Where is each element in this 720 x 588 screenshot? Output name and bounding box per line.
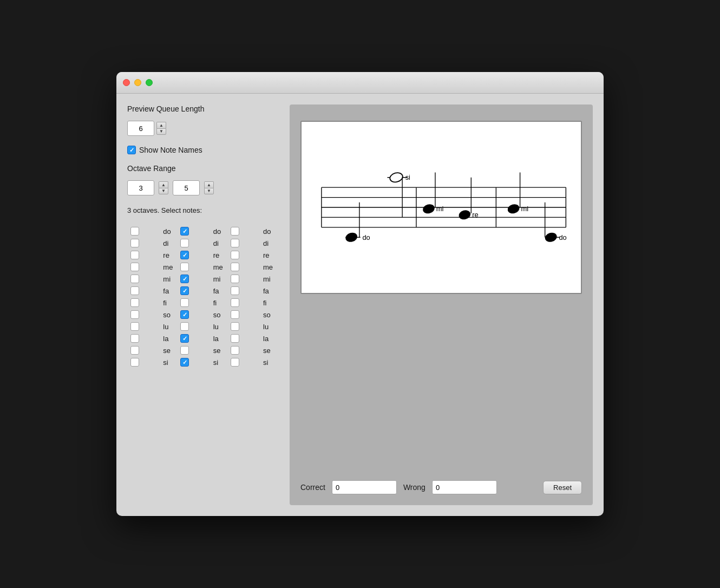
- note-fa-label3: fa: [262, 286, 277, 296]
- note-row-di: dididi: [129, 238, 277, 248]
- svg-point-28: [544, 231, 558, 243]
- note-me-label1: me: [162, 262, 177, 272]
- note-so-col1-checkbox[interactable]: [130, 310, 139, 319]
- note-fa-label1: fa: [162, 286, 177, 296]
- svg-point-18: [422, 203, 436, 215]
- note-fi-label1: fi: [162, 298, 177, 308]
- note-me-col2-checkbox[interactable]: [180, 263, 189, 271]
- note-mi-col2-checkbox[interactable]: [180, 275, 189, 283]
- note-fa-col2-checkbox[interactable]: [180, 286, 189, 295]
- octave-min-stepper: ▲ ▼: [159, 181, 168, 194]
- note-so-label1: so: [162, 310, 177, 319]
- note-re-col1-checkbox[interactable]: [130, 251, 139, 259]
- music-staff-area: do si mi re: [300, 121, 582, 294]
- note-re-label2: re: [212, 250, 227, 260]
- note-se-col2-checkbox[interactable]: [180, 346, 189, 355]
- note-row-re: rerere: [129, 250, 277, 260]
- note-me-col1-checkbox[interactable]: [130, 263, 139, 271]
- note-mi-label3: mi: [262, 274, 277, 284]
- note-me-label2: me: [212, 262, 227, 272]
- close-button[interactable]: [123, 79, 130, 86]
- note-fi-label2: fi: [212, 298, 227, 308]
- note-do-label1: do: [162, 226, 177, 236]
- note-row-si: sisisi: [129, 357, 277, 367]
- note-lu-col3-checkbox[interactable]: [231, 322, 239, 331]
- title-bar: [116, 72, 604, 94]
- note-se-col3-checkbox[interactable]: [231, 346, 239, 355]
- note-row-fa: fafafa: [129, 286, 277, 296]
- note-se-col1-checkbox[interactable]: [130, 346, 139, 355]
- note-lu-label2: lu: [212, 322, 227, 331]
- note-fi-col2-checkbox[interactable]: [180, 298, 189, 307]
- note-row-lu: lululu: [129, 322, 277, 331]
- note-so-label2: so: [212, 310, 227, 319]
- octave-min-input[interactable]: [127, 180, 154, 195]
- right-panel: do si mi re: [290, 104, 593, 505]
- note-la-col2-checkbox[interactable]: [180, 334, 189, 343]
- note-mi-col1-checkbox[interactable]: [130, 275, 139, 283]
- octave-max-decrement[interactable]: ▼: [204, 188, 214, 194]
- octave-min-decrement[interactable]: ▼: [159, 188, 168, 194]
- preview-queue-increment[interactable]: ▲: [156, 122, 166, 128]
- note-mi-col3-checkbox[interactable]: [231, 275, 239, 283]
- correct-input[interactable]: [332, 480, 397, 494]
- note-row-se: sesese: [129, 345, 277, 355]
- note-re-col3-checkbox[interactable]: [231, 251, 239, 259]
- svg-point-14: [389, 172, 403, 184]
- left-panel: Preview Queue Length ▲ ▼ Show Note Names…: [127, 104, 279, 505]
- note-di-col3-checkbox[interactable]: [231, 239, 239, 247]
- svg-point-21: [457, 209, 472, 221]
- preview-queue-decrement[interactable]: ▼: [156, 128, 166, 135]
- note-di-col1-checkbox[interactable]: [130, 239, 139, 247]
- show-note-names-row: Show Note Names: [127, 146, 279, 154]
- preview-queue-stepper-row: ▲ ▼: [127, 121, 279, 136]
- preview-queue-stepper-buttons: ▲ ▼: [156, 122, 166, 135]
- note-so-col3-checkbox[interactable]: [231, 310, 239, 319]
- note-la-label2: la: [212, 334, 227, 343]
- note-so-col2-checkbox[interactable]: [180, 310, 189, 319]
- note-me-label3: me: [262, 262, 277, 272]
- note-si-col2-checkbox[interactable]: [180, 358, 189, 367]
- note-la-col3-checkbox[interactable]: [231, 334, 239, 343]
- note-row-do: dododo: [129, 226, 277, 236]
- show-note-names-checkbox[interactable]: [127, 146, 136, 154]
- note-lu-col1-checkbox[interactable]: [130, 322, 139, 331]
- reset-button[interactable]: Reset: [543, 481, 582, 494]
- note-fa-col1-checkbox[interactable]: [130, 286, 139, 295]
- note-row-fi: fififi: [129, 298, 277, 308]
- octave-max-increment[interactable]: ▲: [204, 181, 214, 188]
- note-lu-col2-checkbox[interactable]: [180, 322, 189, 331]
- note-la-label3: la: [262, 334, 277, 343]
- maximize-button[interactable]: [146, 79, 153, 86]
- note-re-label1: re: [162, 250, 177, 260]
- note-si-col3-checkbox[interactable]: [231, 358, 239, 367]
- note-fa-col3-checkbox[interactable]: [231, 286, 239, 295]
- note-si-col1-checkbox[interactable]: [130, 358, 139, 367]
- note-do-col1-checkbox[interactable]: [130, 227, 139, 236]
- note-di-label3: di: [262, 238, 277, 248]
- note-di-label1: di: [162, 238, 177, 248]
- note-me-col3-checkbox[interactable]: [231, 263, 239, 271]
- octave-min-increment[interactable]: ▲: [159, 181, 168, 188]
- svg-text:mi: mi: [521, 205, 528, 213]
- note-la-col1-checkbox[interactable]: [130, 334, 139, 343]
- octave-max-input[interactable]: [173, 180, 200, 195]
- preview-queue-input[interactable]: [127, 121, 154, 136]
- minimize-button[interactable]: [134, 79, 141, 86]
- note-fi-label3: fi: [262, 298, 277, 308]
- main-window: Preview Queue Length ▲ ▼ Show Note Names…: [116, 72, 604, 516]
- note-row-so: sososo: [129, 310, 277, 319]
- note-fi-col3-checkbox[interactable]: [231, 298, 239, 307]
- note-re-col2-checkbox[interactable]: [180, 251, 189, 259]
- note-fi-col1-checkbox[interactable]: [130, 298, 139, 307]
- wrong-input[interactable]: [432, 480, 497, 494]
- note-do-label3: do: [262, 226, 277, 236]
- note-do-col2-checkbox[interactable]: [180, 227, 189, 236]
- svg-text:si: si: [405, 173, 410, 181]
- note-di-col2-checkbox[interactable]: [180, 239, 189, 247]
- bottom-bar: Correct Wrong Reset: [300, 480, 582, 494]
- note-si-label3: si: [262, 357, 277, 367]
- note-do-col3-checkbox[interactable]: [231, 227, 239, 236]
- svg-text:re: re: [472, 211, 478, 219]
- preview-queue-label: Preview Queue Length: [127, 104, 279, 113]
